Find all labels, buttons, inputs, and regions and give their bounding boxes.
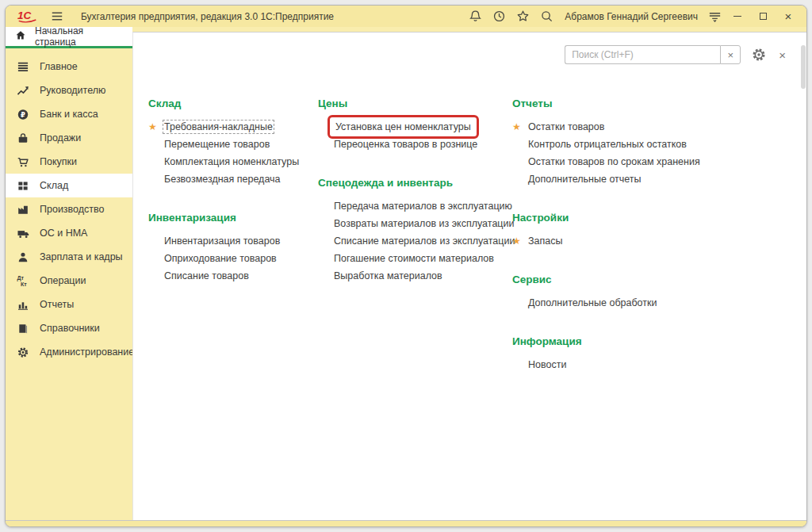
menu-item[interactable]: Контроль отрицательных остатков [512, 136, 806, 153]
menu-item-label: Остатки товаров по срокам хранения [528, 156, 700, 167]
sidebar-item-label: Отчеты [40, 299, 74, 310]
debit-credit-icon: ДтКт [16, 274, 30, 288]
titlebar: 1С Бухгалтерия предприятия, редакция 3.0… [6, 6, 806, 27]
menu-item[interactable]: Переоценка товаров в рознице [318, 136, 512, 153]
user-name[interactable]: Абрамов Геннадий Сергеевич [565, 11, 698, 22]
menu-item[interactable]: Комплектация номенклатуры [148, 153, 318, 170]
menu-column-2: ЦеныУстановка цен номенклатурыПереоценка… [318, 98, 512, 285]
menu-item[interactable]: Установка цен номенклатуры [318, 118, 512, 136]
menu-item-label: Списание товаров [164, 270, 249, 281]
menu-item-label: Передача материалов в эксплуатацию [334, 201, 512, 212]
history-icon[interactable] [492, 10, 506, 24]
menu-item[interactable]: Инвентаризация товаров [148, 232, 318, 250]
menu-item-label: Оприходование товаров [164, 253, 277, 264]
sidebar-item-label: Банк и касса [40, 109, 98, 120]
menu-section: СервисДополнительные обработки [512, 274, 806, 312]
vertical-scrollbar[interactable] [801, 34, 806, 519]
app-window: 1С Бухгалтерия предприятия, редакция 3.0… [5, 5, 807, 527]
sidebar-item-10[interactable]: ДтКтОперации [6, 269, 132, 293]
menu-item[interactable]: Дополнительные отчеты [512, 170, 806, 188]
book-icon [16, 322, 30, 335]
menu-item-label: Новости [528, 359, 566, 370]
favorite-star-icon: ★ [512, 118, 521, 136]
main-area: Начальная страница ГлавноеРуководителю₽Б… [6, 27, 806, 520]
sidebar-item-label: Главное [40, 61, 78, 72]
menu-item-label: Списание материалов из эксплуатации [334, 235, 515, 247]
sidebar-item-label: Продажи [40, 132, 81, 144]
menu-item[interactable]: ★Остатки товаров [512, 118, 806, 136]
sidebar-item-label: ОС и НМА [40, 228, 87, 239]
sidebar-item-11[interactable]: Отчеты [6, 293, 132, 316]
close-button[interactable]: × [778, 9, 799, 25]
section-title: Цены [318, 98, 512, 109]
menu-item-label: Безвозмездная передача [164, 174, 281, 185]
menu-item[interactable]: ★Запасы [512, 232, 806, 250]
menu-item[interactable]: Дополнительные обработки [512, 294, 806, 312]
main-menu-icon[interactable] [51, 11, 63, 21]
menu-item-label: Выработка материалов [334, 270, 442, 281]
menu-item[interactable]: Новости [512, 356, 806, 373]
home-icon [15, 30, 26, 43]
grid-icon [16, 179, 30, 193]
menu-item[interactable]: Возвраты материалов из эксплуатации [318, 215, 512, 232]
sidebar-item-1[interactable]: Главное [6, 55, 132, 78]
sidebar-item-label: Покупки [40, 156, 77, 167]
sidebar-item-7[interactable]: Производство [6, 197, 132, 221]
menu-column-3: Отчеты★Остатки товаровКонтроль отрицател… [512, 98, 806, 373]
menu-item-label: Остатки товаров [528, 121, 604, 132]
sidebar-item-6[interactable]: Склад [6, 174, 132, 197]
sidebar-item-9[interactable]: Зарплата и кадры [6, 245, 132, 269]
menu-item[interactable]: Оприходование товаров [148, 250, 318, 267]
menu-item[interactable]: Выработка материалов [318, 267, 512, 285]
menu-item-label: Требования-накладные [164, 121, 273, 132]
search-input[interactable] [565, 45, 720, 64]
menu-item[interactable]: Списание материалов из эксплуатации [318, 232, 512, 250]
sidebar-item-12[interactable]: Справочники [6, 316, 132, 340]
menu-item[interactable]: Остатки товаров по срокам хранения [512, 153, 806, 170]
global-search-icon[interactable] [539, 10, 553, 24]
menu-item[interactable]: Перемещение товаров [148, 136, 318, 153]
service-settings-menu-icon[interactable] [707, 10, 722, 23]
menu-item[interactable]: Погашение стоимости материалов [318, 250, 512, 267]
maximize-button[interactable] [753, 9, 773, 25]
menu-item[interactable]: Списание товаров [148, 267, 318, 285]
svg-text:₽: ₽ [21, 110, 25, 118]
menu-section: Склад★Требования-накладныеПеремещение то… [148, 98, 318, 188]
menu-item[interactable]: Передача материалов в эксплуатацию [318, 197, 512, 215]
search-clear-button[interactable]: × [720, 45, 741, 64]
menu-item-label: Погашение стоимости материалов [334, 253, 494, 264]
favorite-star-icon: ★ [148, 118, 157, 136]
menu-item[interactable]: Безвозмездная передача [148, 170, 318, 188]
section-title: Спецодежда и инвентарь [318, 177, 512, 189]
sidebar-item-4[interactable]: Продажи [6, 126, 132, 150]
favorites-star-icon[interactable] [515, 10, 530, 24]
menu-item[interactable]: ★Требования-накладные [148, 118, 318, 136]
menu-lines-icon [16, 60, 30, 74]
ruble-circle-icon: ₽ [16, 108, 30, 121]
1c-logo-icon: 1С [17, 9, 38, 24]
menu-item-label: Комплектация номенклатуры [164, 156, 299, 167]
menu-section: ЦеныУстановка цен номенклатурыПереоценка… [318, 98, 512, 153]
statusbar [6, 520, 806, 526]
sidebar-item-label: Справочники [40, 323, 100, 334]
menu-section: Спецодежда и инвентарьПередача материало… [318, 177, 512, 285]
page-settings-gear-icon[interactable] [752, 48, 766, 62]
tab-home-label: Начальная страница [35, 25, 124, 48]
favorite-star-icon: ★ [512, 232, 521, 250]
sidebar-item-13[interactable]: Администрирование [6, 340, 132, 364]
bar-chart-icon [16, 298, 30, 312]
sidebar-item-3[interactable]: ₽Банк и касса [6, 102, 132, 126]
minimize-button[interactable] [727, 9, 748, 25]
notifications-bell-icon[interactable] [468, 10, 482, 24]
content-topbar: × × [133, 33, 806, 64]
sidebar-item-label: Администрирование [40, 346, 134, 358]
sidebar-item-5[interactable]: Покупки [6, 150, 132, 174]
section-title: Склад [148, 98, 318, 109]
scrollbar-thumb[interactable] [801, 45, 806, 89]
tab-home-page[interactable]: Начальная страница [6, 27, 132, 48]
panel-close-icon[interactable]: × [779, 49, 786, 61]
menu-item-label: Перемещение товаров [164, 139, 270, 150]
sidebar-item-8[interactable]: ОС и НМА [6, 221, 132, 245]
gear-icon [16, 346, 30, 359]
sidebar-item-2[interactable]: Руководителю [6, 78, 132, 102]
